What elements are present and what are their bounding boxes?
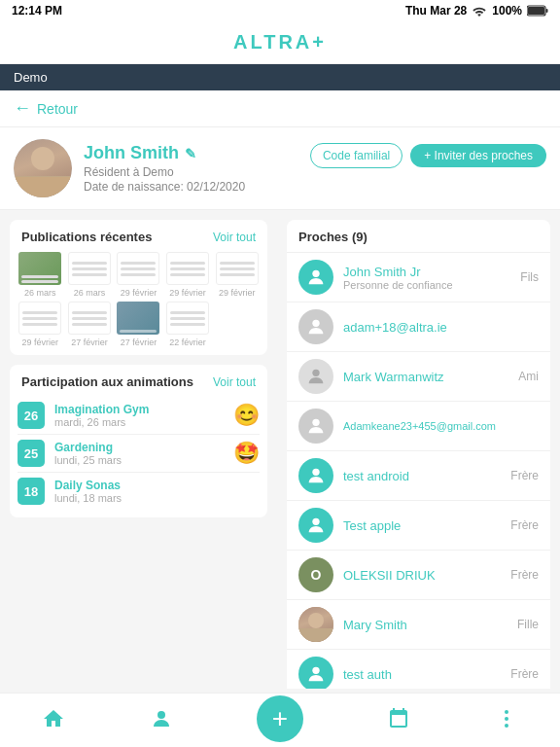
pub-item[interactable]: 29 février — [165, 252, 211, 298]
svg-point-13 — [505, 724, 508, 728]
svg-point-7 — [312, 469, 319, 476]
status-bar: 12:14 PM Thu Mar 28 100% — [0, 0, 560, 21]
profile-left: John Smith ✎ Résident à Demo Date de nai… — [14, 139, 245, 197]
proches-header: Proches (9) — [287, 220, 550, 252]
animations-header: Participation aux animations Voir tout — [10, 365, 267, 397]
nav-profile[interactable] — [150, 707, 173, 730]
proche-avatar — [298, 409, 333, 444]
app-logo: ALTRA+ — [233, 31, 327, 53]
main-content: Publications récentes Voir tout 26 mars … — [0, 210, 560, 689]
event-emoji: 🤩 — [233, 441, 260, 466]
proche-info: adam+18@altra.ie — [343, 320, 539, 335]
event-info: Gardening lundi, 25 mars — [54, 441, 224, 466]
profile-buttons: Code familial + Inviter des proches — [310, 143, 546, 168]
profile-info: John Smith ✎ Résident à Demo Date de nai… — [84, 143, 245, 194]
svg-rect-2 — [546, 9, 548, 13]
nav-home[interactable] — [42, 707, 65, 730]
invite-proches-button[interactable]: + Inviter des proches — [410, 144, 546, 167]
family-code-button[interactable]: Code familial — [310, 143, 402, 168]
svg-point-9 — [312, 667, 319, 674]
event-list: 26 Imagination Gym mardi, 26 mars 😊 25 G… — [10, 397, 267, 517]
pub-item[interactable]: 22 février — [165, 302, 211, 347]
nav-add-button[interactable]: + — [257, 695, 303, 742]
event-date-box: 18 — [18, 478, 45, 505]
proche-info: test android — [343, 469, 501, 483]
proche-avatar — [298, 508, 333, 543]
event-item[interactable]: 25 Gardening lundi, 25 mars 🤩 — [18, 435, 260, 473]
event-item[interactable]: 26 Imagination Gym mardi, 26 mars 😊 — [18, 397, 260, 435]
back-arrow-icon: ← — [14, 98, 31, 119]
nav-calendar[interactable] — [387, 707, 410, 730]
proche-info: OLEKSII DRIUK — [343, 568, 501, 583]
event-item[interactable]: 18 Daily Sonas lundi, 18 mars — [18, 473, 260, 510]
publications-title: Publications récentes — [21, 230, 152, 244]
pub-item[interactable]: 26 mars — [67, 252, 113, 298]
svg-point-10 — [158, 711, 165, 719]
svg-point-3 — [312, 270, 319, 277]
svg-point-8 — [312, 518, 319, 525]
proche-item[interactable]: John Smith Jr Personne de confiance Fils — [287, 252, 550, 302]
app-header: ALTRA+ — [0, 21, 560, 64]
animations-title: Participation aux animations — [21, 374, 193, 389]
proche-avatar — [298, 309, 333, 344]
proche-info: John Smith Jr Personne de confiance — [343, 265, 510, 291]
pub-item[interactable]: 29 février — [18, 302, 63, 347]
proche-avatar — [298, 657, 333, 689]
publications-voir-tout[interactable]: Voir tout — [213, 231, 256, 244]
proche-avatar: O — [298, 557, 333, 592]
profile-dob: Date de naissance: 02/12/2020 — [84, 180, 245, 194]
demo-bar: Demo — [0, 64, 560, 90]
profile-avatar — [14, 139, 72, 197]
back-nav[interactable]: ← Retour — [0, 90, 560, 127]
svg-point-6 — [312, 419, 319, 426]
svg-point-5 — [312, 370, 319, 376]
svg-point-4 — [312, 320, 319, 327]
proches-card: Proches (9) John Smith Jr Personne de co… — [287, 220, 550, 689]
status-time: 12:14 PM — [12, 4, 62, 18]
proche-info: test auth — [343, 667, 501, 682]
animations-voir-tout[interactable]: Voir tout — [213, 375, 256, 389]
publications-grid: 26 mars 26 mars 29 février — [10, 252, 267, 355]
status-date: Thu Mar 28 — [405, 4, 467, 18]
proche-item[interactable]: test auth Frère — [287, 649, 550, 689]
publications-card: Publications récentes Voir tout 26 mars … — [10, 220, 267, 355]
proche-avatar — [298, 458, 333, 493]
pub-item[interactable]: 29 février — [214, 252, 260, 298]
status-right: Thu Mar 28 100% — [405, 4, 548, 18]
event-emoji: 😊 — [233, 403, 260, 428]
right-panel: Proches (9) John Smith Jr Personne de co… — [277, 210, 560, 689]
proche-item[interactable]: O OLEKSII DRIUK Frère — [287, 550, 550, 599]
bottom-nav: + — [0, 693, 560, 747]
proche-item[interactable]: Mary Smith Fille — [287, 599, 550, 649]
proche-avatar — [298, 359, 333, 394]
proche-item[interactable]: adam+18@altra.ie — [287, 302, 550, 351]
pub-item[interactable]: 27 février — [116, 302, 161, 347]
battery-text: 100% — [492, 4, 522, 18]
profile-residence: Résident à Demo — [84, 165, 245, 179]
pub-item[interactable]: 27 février — [67, 302, 113, 347]
proche-info: Mary Smith — [343, 618, 508, 632]
publications-header: Publications récentes Voir tout — [10, 220, 267, 252]
animations-card: Participation aux animations Voir tout 2… — [10, 365, 267, 517]
proche-item[interactable]: Adamkeane23+455@gmail.com — [287, 401, 550, 450]
battery-icon — [527, 5, 548, 17]
edit-icon[interactable]: ✎ — [185, 146, 196, 161]
pub-item[interactable]: 26 mars — [18, 252, 63, 298]
nav-more[interactable] — [495, 707, 518, 730]
svg-rect-1 — [528, 7, 544, 15]
svg-point-12 — [505, 717, 508, 721]
proche-item[interactable]: test android Frère — [287, 450, 550, 500]
back-label: Retour — [37, 101, 78, 117]
proche-info: Test apple — [343, 518, 501, 533]
profile-section: John Smith ✎ Résident à Demo Date de nai… — [0, 127, 560, 210]
event-info: Daily Sonas lundi, 18 mars — [54, 479, 260, 504]
proche-item[interactable]: Mark Warmanwitz Ami — [287, 351, 550, 401]
wifi-icon — [472, 5, 487, 17]
pub-item[interactable]: 29 février — [116, 252, 161, 298]
profile-name: John Smith ✎ — [84, 143, 245, 163]
proche-item[interactable]: Test apple Frère — [287, 500, 550, 550]
event-info: Imagination Gym mardi, 26 mars — [54, 403, 224, 428]
proche-avatar — [298, 607, 333, 642]
proche-info: Adamkeane23+455@gmail.com — [343, 420, 539, 432]
proche-info: Mark Warmanwitz — [343, 370, 508, 384]
